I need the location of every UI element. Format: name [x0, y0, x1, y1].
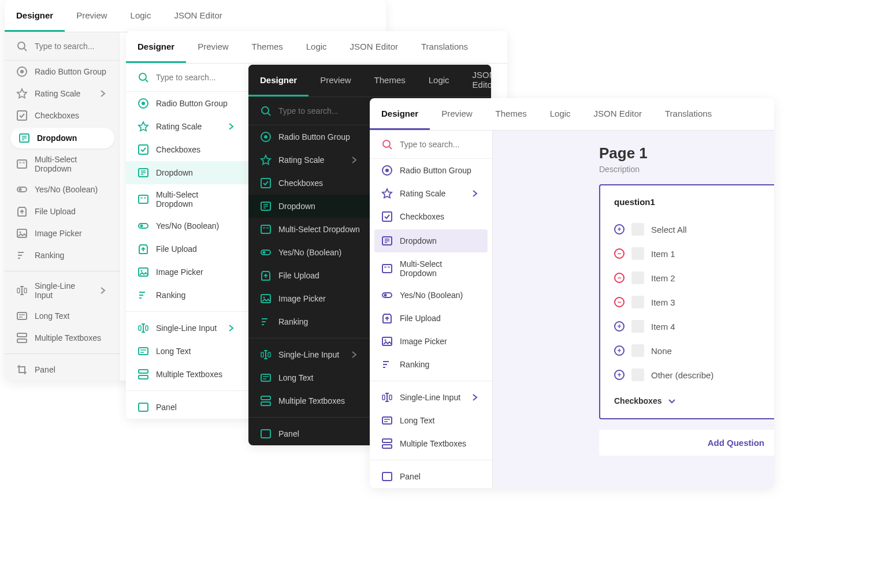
tab-themes[interactable]: Themes	[240, 31, 295, 63]
toolbox-singleline[interactable]: Single-Line Input	[370, 386, 492, 409]
toolbox-longtext[interactable]: Long Text	[5, 305, 120, 327]
tab-designer[interactable]: Designer	[248, 65, 309, 96]
tab-json[interactable]: JSON Editor	[162, 0, 233, 32]
toolbox-rating[interactable]: Rating Scale	[5, 83, 120, 105]
toolbox-multitext[interactable]: Multiple Textboxes	[248, 389, 371, 412]
toolbox-radio[interactable]: Radio Button Group	[248, 125, 371, 148]
toolbox-ranking[interactable]: Ranking	[126, 284, 248, 307]
option-item1[interactable]: − Item 1	[614, 241, 763, 266]
tab-themes[interactable]: Themes	[484, 98, 538, 130]
toolbox-rating[interactable]: Rating Scale	[370, 182, 492, 205]
toolbox-boolean[interactable]: Yes/No (Boolean)	[5, 178, 120, 200]
add-icon[interactable]: +	[614, 345, 625, 356]
toolbox-multitext[interactable]: Multiple Textboxes	[370, 432, 492, 455]
tab-designer[interactable]: Designer	[370, 98, 430, 130]
toolbox-rating[interactable]: Rating Scale	[126, 115, 248, 138]
toolbox-radio[interactable]: Radio Button Group	[370, 159, 492, 182]
add-question-button[interactable]: Add Question	[599, 430, 774, 456]
toolbox-panel[interactable]: Panel	[126, 396, 248, 419]
toolbox-imagepicker[interactable]: Image Picker	[370, 330, 492, 353]
search-input[interactable]	[156, 73, 257, 82]
question-type-dropdown[interactable]: Checkboxes	[614, 395, 763, 407]
toolbox-panel[interactable]: Panel	[5, 359, 120, 381]
question-card[interactable]: question1 + Select All − Item 1 −	[599, 184, 774, 419]
toolbox-ranking[interactable]: Ranking	[248, 310, 371, 333]
toolbox-imagepicker[interactable]: Image Picker	[126, 260, 248, 284]
toolbox-longtext[interactable]: Long Text	[248, 366, 371, 389]
toolbox-dropdown[interactable]: Dropdown	[248, 195, 371, 218]
tab-preview[interactable]: Preview	[186, 31, 240, 63]
tab-json[interactable]: JSON Editor	[461, 65, 491, 96]
remove-icon[interactable]: −	[614, 297, 625, 307]
toolbox-checkboxes[interactable]: Checkboxes	[248, 172, 371, 195]
option-select-all[interactable]: + Select All	[614, 217, 763, 241]
tab-themes[interactable]: Themes	[363, 65, 417, 96]
page-title[interactable]: Page 1	[599, 144, 774, 162]
toolbox-panel[interactable]: Panel	[248, 422, 371, 445]
search-input[interactable]	[400, 140, 501, 149]
question-title[interactable]: question1	[614, 197, 763, 207]
search-input[interactable]	[278, 106, 380, 116]
remove-icon[interactable]: −	[614, 248, 625, 259]
toolbox-radio[interactable]: Radio Button Group	[126, 92, 248, 115]
tab-translations[interactable]: Translations	[410, 31, 480, 63]
toolbox-checkboxes[interactable]: Checkboxes	[370, 205, 492, 228]
toolbox-ranking[interactable]: Ranking	[5, 244, 120, 266]
toolbox-imagepicker[interactable]: Image Picker	[248, 287, 371, 310]
tab-logic[interactable]: Logic	[295, 31, 339, 63]
tab-translations[interactable]: Translations	[653, 98, 723, 130]
toolbox-dropdown[interactable]: Dropdown	[374, 229, 488, 252]
toolbox-rating[interactable]: Rating Scale	[248, 148, 371, 172]
tab-designer[interactable]: Designer	[5, 0, 65, 32]
toolbox-checkboxes[interactable]: Checkboxes	[5, 105, 120, 126]
tab-preview[interactable]: Preview	[65, 0, 118, 32]
tab-json[interactable]: JSON Editor	[582, 98, 653, 130]
tab-preview[interactable]: Preview	[430, 98, 484, 130]
option-none[interactable]: + None	[614, 338, 763, 363]
toolbox-file[interactable]: File Upload	[248, 264, 371, 287]
option-item4[interactable]: + Item 4	[614, 314, 763, 338]
toolbox-dropdown[interactable]: Dropdown	[126, 161, 248, 184]
toolbox-panel[interactable]: Panel	[370, 465, 492, 488]
toolbox-longtext[interactable]: Long Text	[370, 409, 492, 432]
toolbox-radio[interactable]: Radio Button Group	[5, 61, 120, 83]
option-other[interactable]: + Other (describe)	[614, 363, 763, 387]
toolbox-multiselect[interactable]: Multi-Select Dropdown	[126, 184, 248, 214]
option-item3[interactable]: − Item 3	[614, 290, 763, 314]
toolbox-ranking[interactable]: Ranking	[370, 353, 492, 376]
add-icon[interactable]: +	[614, 321, 625, 332]
tab-logic[interactable]: Logic	[417, 65, 461, 96]
toolbox-singleline[interactable]: Single-Line Input	[248, 343, 371, 366]
toolbox-file[interactable]: File Upload	[370, 307, 492, 330]
toolbox-dropdown[interactable]: Dropdown	[10, 128, 114, 148]
add-icon[interactable]: +	[614, 224, 625, 235]
toolbox-singleline[interactable]: Single-Line Input	[126, 317, 248, 340]
toolbox-file[interactable]: File Upload	[5, 200, 120, 222]
toolbox-boolean[interactable]: Yes/No (Boolean)	[248, 241, 371, 264]
remove-icon[interactable]: −	[614, 273, 625, 283]
chevron-right-icon	[225, 322, 237, 334]
option-item2[interactable]: − Item 2	[614, 266, 763, 290]
toolbox-multitext[interactable]: Multiple Textboxes	[126, 363, 248, 386]
item-label: Multiple Textboxes	[400, 439, 466, 448]
toolbox-multiselect[interactable]: Multi-Select Dropdown	[370, 254, 492, 284]
toolbox-checkboxes[interactable]: Checkboxes	[126, 138, 248, 161]
toolbox-singleline[interactable]: Single-Line Input	[5, 276, 120, 305]
toolbox-imagepicker[interactable]: Image Picker	[5, 222, 120, 244]
checkbox-placeholder	[631, 296, 644, 308]
toolbox-boolean[interactable]: Yes/No (Boolean)	[370, 284, 492, 307]
tab-preview[interactable]: Preview	[309, 65, 362, 96]
toolbox-multitext[interactable]: Multiple Textboxes	[5, 327, 120, 349]
toolbox-file[interactable]: File Upload	[126, 237, 248, 260]
tab-logic[interactable]: Logic	[538, 98, 582, 130]
toolbox-multiselect[interactable]: Multi-Select Dropdown	[5, 150, 120, 178]
tab-designer[interactable]: Designer	[126, 31, 186, 63]
toolbox-multiselect[interactable]: Multi-Select Dropdown	[248, 218, 371, 241]
add-icon[interactable]: +	[614, 370, 625, 380]
toolbox-boolean[interactable]: Yes/No (Boolean)	[126, 214, 248, 237]
toolbox-longtext[interactable]: Long Text	[126, 340, 248, 363]
tab-json[interactable]: JSON Editor	[339, 31, 410, 63]
tab-logic[interactable]: Logic	[119, 0, 163, 32]
search-input[interactable]	[35, 42, 136, 51]
page-description[interactable]: Description	[599, 165, 774, 174]
